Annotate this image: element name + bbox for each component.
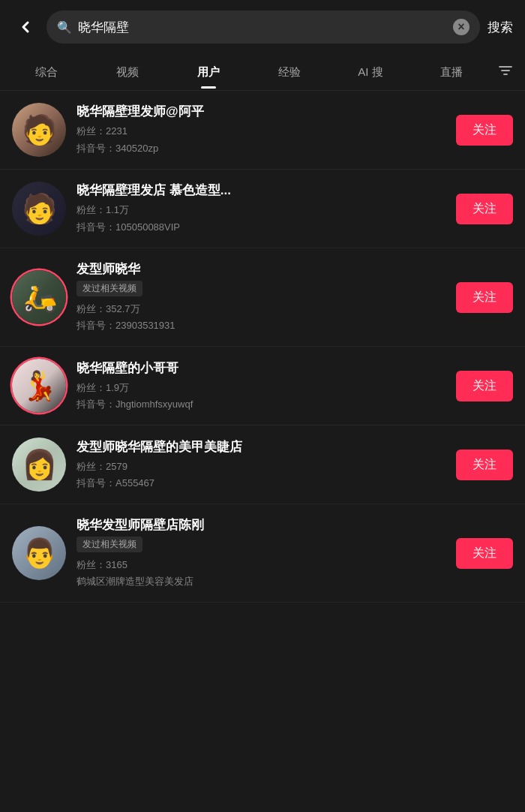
avatar: 💃: [12, 359, 66, 413]
tab-video[interactable]: 视频: [87, 56, 168, 89]
header: 🔍 搜索: [0, 0, 525, 54]
list-item: 👨 晓华发型师隔壁店陈刚 发过相关视频 粉丝：3165 鹤城区潮牌造型美容美发店…: [0, 504, 525, 603]
avatar-wrap: 👩: [12, 438, 66, 492]
avatar: 🛵: [12, 270, 66, 324]
user-name: 发型师晓华: [76, 260, 446, 278]
follow-button[interactable]: 关注: [456, 371, 513, 401]
user-fans: 粉丝：3165: [76, 557, 446, 573]
tab-user[interactable]: 用户: [168, 56, 249, 89]
search-input[interactable]: [78, 20, 447, 35]
user-douyin-id: 鹤城区潮牌造型美容美发店: [76, 573, 446, 590]
list-item: 🧑 晓华隔壁理发师@阿平 粉丝：2231 抖音号：340520zp 关注: [0, 91, 525, 170]
related-video-tag: 发过相关视频: [76, 281, 142, 296]
tab-live[interactable]: 直播: [411, 56, 492, 89]
back-button[interactable]: [12, 14, 39, 41]
user-info: 晓华发型师隔壁店陈刚 发过相关视频 粉丝：3165 鹤城区潮牌造型美容美发店: [76, 516, 446, 590]
tab-experience[interactable]: 经验: [249, 56, 330, 89]
user-fans: 粉丝：1.1万: [76, 202, 446, 218]
avatar: 🧑: [12, 182, 66, 236]
user-name: 晓华隔壁理发师@阿平: [76, 103, 446, 120]
user-name: 晓华隔壁理发店 慕色造型...: [76, 182, 446, 199]
user-douyin-id: 抖音号：105050088VIP: [76, 219, 446, 236]
user-info: 发型师晓华隔壁的美甲美睫店 粉丝：2579 抖音号：A555467: [76, 438, 446, 492]
tab-comprehensive[interactable]: 综合: [6, 56, 87, 89]
avatar: 🧑: [12, 103, 66, 157]
user-fans: 粉丝：352.7万: [76, 301, 446, 317]
avatar-wrap: 💃: [12, 359, 66, 413]
tab-ai-search[interactable]: AI 搜: [330, 56, 411, 89]
user-fans: 粉丝：1.9万: [76, 380, 446, 396]
avatar-wrap: 🛵: [12, 270, 66, 324]
user-name: 发型师晓华隔壁的美甲美睫店: [76, 438, 446, 456]
user-info: 晓华隔壁理发店 慕色造型... 粉丝：1.1万 抖音号：105050088VIP: [76, 182, 446, 235]
avatar-wrap: 🧑: [12, 182, 66, 236]
search-icon: 🔍: [57, 20, 72, 35]
search-bar: 🔍: [46, 11, 480, 44]
user-name: 晓华发型师隔壁店陈刚: [76, 516, 446, 534]
list-item: 👩 发型师晓华隔壁的美甲美睫店 粉丝：2579 抖音号：A555467 关注: [0, 426, 525, 504]
follow-button[interactable]: 关注: [456, 115, 513, 146]
tabs-bar: 综合 视频 用户 经验 AI 搜 直播: [0, 54, 525, 91]
list-item: 🛵 发型师晓华 发过相关视频 粉丝：352.7万 抖音号：23903531931…: [0, 248, 525, 347]
clear-button[interactable]: [453, 19, 470, 35]
user-list: 🧑 晓华隔壁理发师@阿平 粉丝：2231 抖音号：340520zp 关注 🧑 晓…: [0, 91, 525, 603]
user-douyin-id: 抖音号：23903531931: [76, 317, 446, 334]
user-name: 晓华隔壁的小哥哥: [76, 359, 446, 377]
user-info: 晓华隔壁理发师@阿平 粉丝：2231 抖音号：340520zp: [76, 103, 446, 156]
follow-button[interactable]: 关注: [456, 282, 513, 313]
related-video-tag: 发过相关视频: [76, 537, 142, 552]
search-button[interactable]: 搜索: [488, 19, 513, 36]
avatar: 👩: [12, 438, 66, 492]
list-item: 💃 晓华隔壁的小哥哥 粉丝：1.9万 抖音号：Jhgtiomhfsxyuwqf …: [0, 347, 525, 426]
user-fans: 粉丝：2231: [76, 123, 446, 140]
avatar-wrap: 🧑: [12, 103, 66, 157]
filter-icon[interactable]: [492, 54, 519, 90]
user-douyin-id: 抖音号：340520zp: [76, 140, 446, 157]
user-douyin-id: 抖音号：Jhgtiomhfsxyuwqf: [76, 396, 446, 413]
user-fans: 粉丝：2579: [76, 459, 446, 475]
follow-button[interactable]: 关注: [456, 450, 513, 480]
user-info: 晓华隔壁的小哥哥 粉丝：1.9万 抖音号：Jhgtiomhfsxyuwqf: [76, 359, 446, 413]
user-douyin-id: 抖音号：A555467: [76, 475, 446, 492]
avatar: 👨: [12, 526, 66, 580]
list-item: 🧑 晓华隔壁理发店 慕色造型... 粉丝：1.1万 抖音号：105050088V…: [0, 170, 525, 248]
follow-button[interactable]: 关注: [456, 538, 513, 569]
avatar-wrap: 👨: [12, 526, 66, 580]
follow-button[interactable]: 关注: [456, 194, 513, 224]
user-info: 发型师晓华 发过相关视频 粉丝：352.7万 抖音号：23903531931: [76, 260, 446, 334]
